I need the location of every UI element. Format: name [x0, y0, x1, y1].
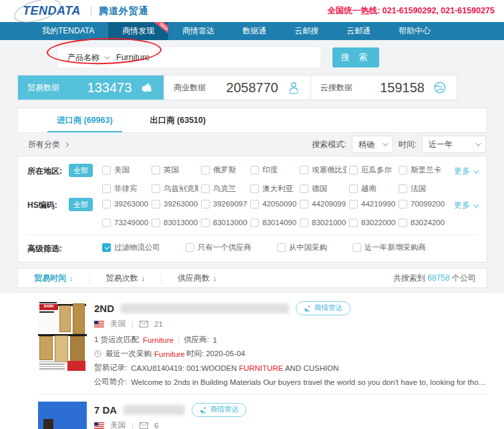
- hs-option[interactable]: 83024200: [399, 217, 445, 229]
- hs-option[interactable]: 83013000: [152, 217, 198, 229]
- region-option[interactable]: 越南: [349, 182, 396, 194]
- region-option[interactable]: 德国: [300, 182, 346, 194]
- search-button[interactable]: 搜 索: [332, 47, 379, 67]
- checkbox[interactable]: [152, 184, 160, 193]
- stat-business-data[interactable]: 商业数据 2058770: [164, 76, 310, 100]
- checkbox[interactable]: [152, 166, 160, 174]
- company-photo-barn-doors[interactable]: BARN: [38, 300, 87, 372]
- checkbox[interactable]: [399, 200, 407, 208]
- region-option[interactable]: 乌兹别克斯...: [152, 182, 198, 194]
- region-label: 所在地区:: [27, 164, 69, 177]
- region-option[interactable]: 乌克兰: [201, 182, 248, 194]
- checkbox[interactable]: [186, 243, 194, 252]
- hs-option[interactable]: 3926300000: [152, 198, 198, 210]
- nav-business-radar[interactable]: 商情雷达: [168, 22, 228, 40]
- company-intro-line: 公司简介: Welcome to 2nds in Building Materi…: [94, 377, 487, 387]
- checkbox[interactable]: [201, 200, 210, 208]
- checkbox[interactable]: [250, 200, 259, 208]
- checkbox[interactable]: [102, 184, 111, 193]
- region-all-button[interactable]: 全部: [69, 164, 93, 177]
- checkbox[interactable]: [250, 219, 259, 227]
- hs-option[interactable]: 73249000: [102, 217, 149, 229]
- company-name[interactable]: 7 DA: [94, 404, 117, 416]
- checkbox-checked[interactable]: [102, 243, 111, 252]
- hs-option[interactable]: 8302100000: [300, 217, 346, 229]
- region-option[interactable]: 英国: [152, 164, 198, 176]
- nav-help-center[interactable]: 帮助中心: [385, 22, 445, 40]
- region-option[interactable]: 斯里兰卡: [399, 164, 445, 176]
- adv-option-new-buyers[interactable]: 近一年新增采购商: [352, 241, 426, 253]
- checkbox[interactable]: [250, 166, 259, 174]
- checkbox[interactable]: [300, 200, 308, 208]
- nav-my-tendata[interactable]: 我的TENDATA: [28, 22, 108, 40]
- checkbox[interactable]: [349, 200, 358, 208]
- checkbox[interactable]: [352, 243, 361, 252]
- checkbox[interactable]: [201, 166, 210, 174]
- time-range-select[interactable]: 近一年: [422, 136, 486, 153]
- checkbox[interactable]: [349, 166, 358, 174]
- checkbox[interactable]: [277, 243, 286, 252]
- company-photo-storefront[interactable]: 7DAY furniture: [38, 402, 87, 429]
- search-input[interactable]: [116, 53, 320, 62]
- hs-option[interactable]: 44209099: [300, 198, 346, 210]
- checkbox[interactable]: [152, 200, 160, 208]
- region-more-link[interactable]: 更多: [445, 164, 477, 177]
- checkbox[interactable]: [102, 219, 111, 227]
- adv-option-buy-from-china[interactable]: 从中国采购: [277, 241, 328, 253]
- search-mode-select[interactable]: 精确: [352, 136, 393, 153]
- hs-option[interactable]: 3926909709: [201, 198, 248, 210]
- sort-trade-time[interactable]: 贸易时间 ↓: [29, 273, 90, 284]
- region-option[interactable]: 澳大利亚: [250, 182, 297, 194]
- region-option[interactable]: 菲律宾: [102, 182, 149, 194]
- tab-importers[interactable]: 进口商(69963): [57, 108, 113, 132]
- stat-cloud-search-data[interactable]: 云搜数据 159158: [311, 76, 457, 100]
- checkbox[interactable]: [399, 166, 407, 174]
- sort-trade-count[interactable]: 贸易次数 ↓: [90, 273, 162, 284]
- hs-option[interactable]: 83014090: [250, 217, 297, 229]
- checkbox[interactable]: [250, 184, 259, 193]
- stat-trade-data[interactable]: 贸易数据 133473: [18, 76, 164, 100]
- checkbox[interactable]: [399, 184, 407, 193]
- hs-more-link[interactable]: 更多: [445, 198, 477, 211]
- hs-option[interactable]: 42050090: [250, 198, 297, 210]
- checkbox[interactable]: [201, 219, 210, 227]
- adv-option-filter-logistics[interactable]: 过滤物流公司: [102, 241, 160, 253]
- checkbox[interactable]: [152, 219, 160, 227]
- checkbox[interactable]: [399, 219, 407, 227]
- business-radar-button[interactable]: 商情雷达: [296, 301, 350, 315]
- checkbox[interactable]: [300, 184, 308, 193]
- region-option[interactable]: 印度: [250, 164, 297, 176]
- nav-business-discovery[interactable]: 商情发现 New: [108, 22, 168, 40]
- hs-option[interactable]: 44219990: [349, 198, 396, 210]
- hs-all-button[interactable]: 全部: [69, 198, 93, 211]
- hs-option[interactable]: 8302200000: [349, 217, 396, 229]
- checkbox[interactable]: [300, 219, 308, 227]
- hs-option[interactable]: 39263000: [102, 198, 149, 210]
- checkbox[interactable]: [349, 219, 358, 227]
- nav-data-hub[interactable]: 数据通: [228, 22, 280, 40]
- region-option[interactable]: 美国: [102, 164, 149, 176]
- nav-cloud-mail-search[interactable]: 云邮搜: [280, 22, 332, 40]
- chevron-down-icon: [473, 202, 479, 207]
- checkbox[interactable]: [102, 166, 111, 174]
- region-option[interactable]: 俄罗斯: [201, 164, 248, 176]
- hs-option[interactable]: 8301300000: [201, 217, 248, 229]
- tendata-logo[interactable]: TENDATA: [20, 4, 83, 18]
- blurred-company-name: [123, 405, 185, 415]
- region-option[interactable]: 法国: [399, 182, 445, 194]
- adv-option-single-supplier[interactable]: 只有一个供应商: [186, 241, 252, 253]
- checkbox[interactable]: [102, 200, 111, 208]
- region-option[interactable]: 厄瓜多尔: [349, 164, 396, 176]
- business-radar-button[interactable]: 商情雷达: [192, 403, 246, 417]
- checkbox[interactable]: [349, 184, 358, 193]
- nav-cloud-mail[interactable]: 云邮通: [332, 22, 385, 40]
- all-categories-link[interactable]: 所有分类: [28, 139, 68, 150]
- checkbox[interactable]: [201, 184, 210, 193]
- hs-option[interactable]: 70099200: [399, 198, 445, 210]
- sort-supplier-count[interactable]: 供应商数 ↓: [162, 273, 233, 284]
- tab-exporters[interactable]: 出口商(63510): [150, 108, 206, 132]
- company-name[interactable]: 2ND: [94, 303, 114, 314]
- region-option[interactable]: 埃塞俄比亚: [300, 164, 346, 176]
- search-category-dropdown[interactable]: 产品名称: [57, 52, 116, 63]
- checkbox[interactable]: [300, 166, 308, 174]
